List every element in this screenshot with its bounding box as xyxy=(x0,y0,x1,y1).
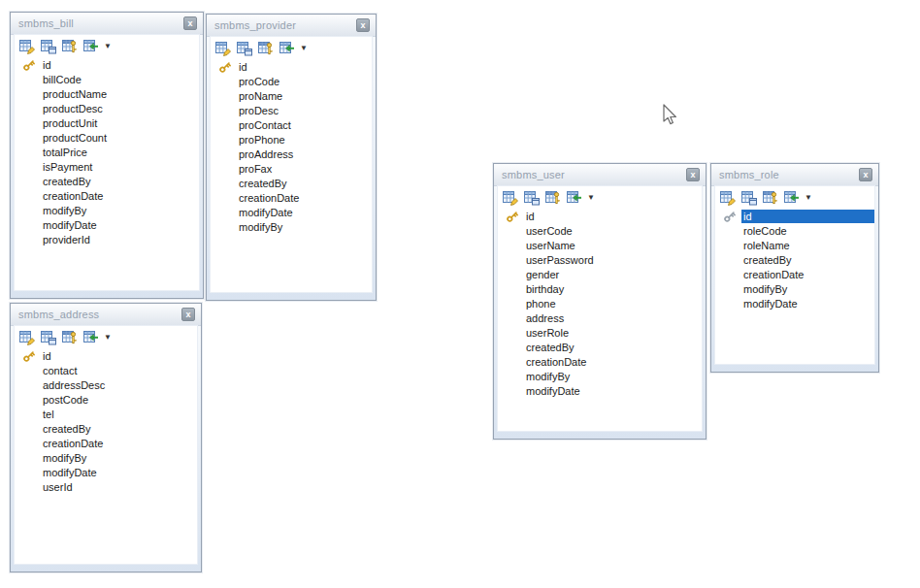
field-row-proAddress[interactable]: proAddress xyxy=(211,147,372,161)
field-row-postCode[interactable]: postCode xyxy=(15,392,197,407)
window-titlebar[interactable]: smbms_address x xyxy=(11,304,201,326)
field-row-phone[interactable]: phone xyxy=(498,296,702,310)
window-titlebar[interactable]: smbms_bill x xyxy=(11,13,203,35)
field-row-id[interactable]: id xyxy=(211,59,372,74)
field-row-userId[interactable]: userId xyxy=(15,479,197,494)
field-row-creationDate[interactable]: creationDate xyxy=(15,188,199,203)
field-row-addressDesc[interactable]: addressDesc xyxy=(15,377,197,392)
field-row-roleName[interactable]: roleName xyxy=(715,238,874,252)
window-titlebar[interactable]: smbms_provider x xyxy=(207,15,376,37)
add-field-icon[interactable] xyxy=(567,190,582,206)
table-window-smbms_address[interactable]: smbms_address x ▼ idcontactaddressDescpo… xyxy=(10,303,202,572)
design-table-icon[interactable] xyxy=(19,330,35,345)
manage-keys-icon[interactable] xyxy=(545,190,561,206)
design-table-icon[interactable] xyxy=(19,39,35,54)
field-row-creationDate[interactable]: creationDate xyxy=(715,267,874,281)
dropdown-arrow-icon[interactable]: ▼ xyxy=(805,190,812,206)
field-row-gender[interactable]: gender xyxy=(498,267,702,281)
field-row-modifyBy[interactable]: modifyBy xyxy=(211,219,372,234)
field-row-productUnit[interactable]: productUnit xyxy=(15,115,199,130)
table-window-smbms_role[interactable]: smbms_role x ▼ idroleCoderoleNamecreated… xyxy=(710,163,879,373)
design-table-icon[interactable] xyxy=(503,190,518,206)
field-row-modifyDate[interactable]: modifyDate xyxy=(15,465,197,479)
field-row-id[interactable]: id xyxy=(15,348,197,363)
field-row-productDesc[interactable]: productDesc xyxy=(15,101,199,115)
field-row-productCount[interactable]: productCount xyxy=(15,130,199,145)
design-table-icon[interactable] xyxy=(215,41,231,56)
field-row-modifyBy[interactable]: modifyBy xyxy=(498,369,702,383)
field-row-proPhone[interactable]: proPhone xyxy=(211,132,372,147)
field-row-birthday[interactable]: birthday xyxy=(498,281,702,296)
field-row-providerId[interactable]: providerId xyxy=(15,232,199,246)
field-row-isPayment[interactable]: isPayment xyxy=(15,159,199,174)
field-row-proDesc[interactable]: proDesc xyxy=(211,103,372,117)
close-button[interactable]: x xyxy=(181,308,195,321)
field-name: productDesc xyxy=(41,102,105,115)
field-row-modifyDate[interactable]: modifyDate xyxy=(715,296,874,310)
field-row-proName[interactable]: proName xyxy=(211,88,372,103)
duplicate-table-icon[interactable] xyxy=(41,330,56,345)
add-field-icon[interactable] xyxy=(784,190,800,206)
dropdown-arrow-icon[interactable]: ▼ xyxy=(300,41,308,56)
field-row-creationDate[interactable]: creationDate xyxy=(15,436,197,450)
manage-keys-icon[interactable] xyxy=(62,330,78,345)
field-row-creationDate[interactable]: creationDate xyxy=(498,354,702,369)
design-table-icon[interactable] xyxy=(720,190,736,206)
field-row-id[interactable]: id xyxy=(15,57,199,72)
field-row-proContact[interactable]: proContact xyxy=(211,117,372,132)
manage-keys-icon[interactable] xyxy=(258,41,274,56)
field-row-id[interactable]: id xyxy=(715,209,874,223)
field-row-createdBy[interactable]: createdBy xyxy=(498,340,702,354)
field-row-productName[interactable]: productName xyxy=(15,86,199,101)
dropdown-arrow-icon[interactable]: ▼ xyxy=(587,190,595,206)
field-row-proFax[interactable]: proFax xyxy=(211,161,372,176)
add-field-icon[interactable] xyxy=(83,39,99,54)
close-button[interactable]: x xyxy=(859,168,872,181)
table-toolbar: ▼ xyxy=(15,35,199,55)
field-row-billCode[interactable]: billCode xyxy=(15,72,199,86)
table-window-smbms_bill[interactable]: smbms_bill x ▼ idbillCodeproductNameprod… xyxy=(10,12,204,299)
field-row-userPassword[interactable]: userPassword xyxy=(498,252,702,267)
duplicate-table-icon[interactable] xyxy=(524,190,540,206)
add-field-icon[interactable] xyxy=(279,41,295,56)
field-name: userPassword xyxy=(524,253,596,267)
field-name: tel xyxy=(41,408,56,421)
table-window-smbms_user[interactable]: smbms_user x ▼ iduserCodeuserNameuserPas… xyxy=(493,163,706,440)
field-row-userRole[interactable]: userRole xyxy=(498,325,702,340)
dropdown-arrow-icon[interactable]: ▼ xyxy=(104,330,112,345)
field-row-address[interactable]: address xyxy=(498,310,702,325)
close-button[interactable]: x xyxy=(183,16,197,30)
duplicate-table-icon[interactable] xyxy=(741,190,757,206)
add-field-icon[interactable] xyxy=(83,330,99,345)
field-row-userName[interactable]: userName xyxy=(498,238,702,252)
field-row-createdBy[interactable]: createdBy xyxy=(211,176,372,190)
field-row-modifyBy[interactable]: modifyBy xyxy=(715,281,874,296)
close-button[interactable]: x xyxy=(686,168,700,181)
field-row-createdBy[interactable]: createdBy xyxy=(15,421,197,436)
field-row-contact[interactable]: contact xyxy=(15,363,197,377)
field-row-createdBy[interactable]: createdBy xyxy=(15,174,199,188)
field-row-tel[interactable]: tel xyxy=(15,407,197,421)
field-row-proCode[interactable]: proCode xyxy=(211,74,372,88)
field-row-totalPrice[interactable]: totalPrice xyxy=(15,145,199,159)
field-row-creationDate[interactable]: creationDate xyxy=(211,190,372,205)
field-row-id[interactable]: id xyxy=(498,209,702,223)
duplicate-table-icon[interactable] xyxy=(237,41,252,56)
field-row-modifyBy[interactable]: modifyBy xyxy=(15,450,197,465)
manage-keys-icon[interactable] xyxy=(62,39,78,54)
field-row-modifyBy[interactable]: modifyBy xyxy=(15,203,199,217)
dropdown-arrow-icon[interactable]: ▼ xyxy=(104,39,112,54)
table-window-smbms_provider[interactable]: smbms_provider x ▼ idproCodeproNameproDe… xyxy=(206,14,377,301)
window-body: ▼ iduserCodeuserNameuserPasswordgenderbi… xyxy=(497,185,703,432)
field-row-modifyDate[interactable]: modifyDate xyxy=(15,217,199,232)
window-titlebar[interactable]: smbms_user x xyxy=(494,164,706,186)
manage-keys-icon[interactable] xyxy=(763,190,778,206)
field-row-createdBy[interactable]: createdBy xyxy=(715,252,874,267)
duplicate-table-icon[interactable] xyxy=(41,39,56,54)
field-row-modifyDate[interactable]: modifyDate xyxy=(211,205,372,219)
field-row-userCode[interactable]: userCode xyxy=(498,223,702,238)
field-row-roleCode[interactable]: roleCode xyxy=(715,223,874,238)
field-row-modifyDate[interactable]: modifyDate xyxy=(498,383,702,398)
close-button[interactable]: x xyxy=(356,18,370,32)
window-titlebar[interactable]: smbms_role x xyxy=(711,164,878,186)
